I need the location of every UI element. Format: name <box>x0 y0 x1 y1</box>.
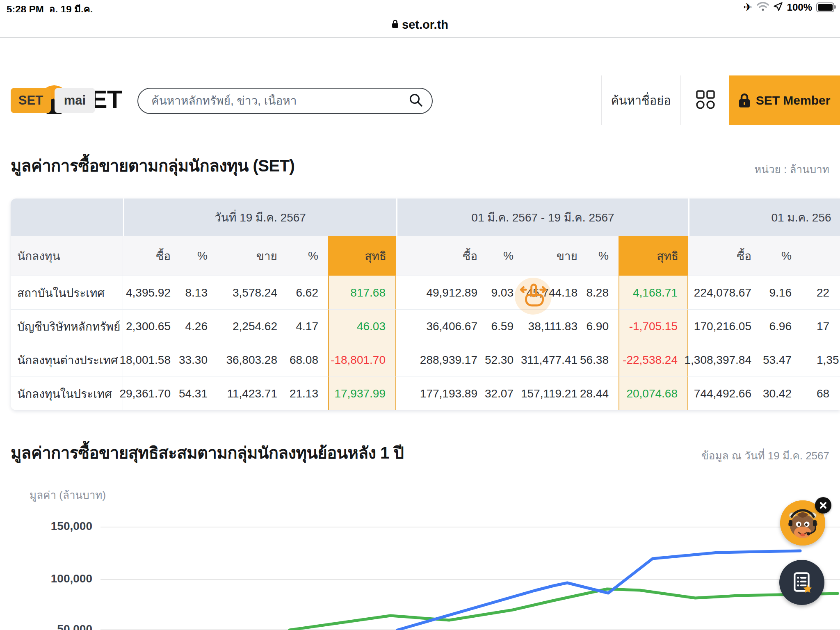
cell: 6.90 <box>587 309 619 343</box>
col-header-net: สุทธิ <box>328 236 396 276</box>
member-lock-icon <box>739 93 750 108</box>
table-row: สถาบันในประเทศ 4,395.92 8.13 3,578.24 6.… <box>11 276 840 309</box>
tab-mai[interactable]: mai <box>55 88 95 113</box>
col-header-net: สุทธิ <box>619 236 688 276</box>
search-input[interactable] <box>151 94 409 108</box>
cell: 170,216.05 <box>688 309 761 343</box>
cell: 33.30 <box>180 343 217 377</box>
group-header-spacer <box>11 199 123 236</box>
investor-label: บัญชีบริษัทหลักทรัพย์ <box>11 309 123 343</box>
cell: 288,939.17 <box>396 343 487 377</box>
battery-icon <box>816 2 834 12</box>
as-of-date: ข้อมูล ณ วันที่ 19 มี.ค. 2567 <box>701 447 829 464</box>
safari-address-bar[interactable]: set.or.th <box>0 12 840 38</box>
unit-note: หน่วย : ล้านบาท <box>754 161 829 178</box>
group-header-ytd: 01 ม.ค. 256 <box>688 199 840 236</box>
cell: 4.26 <box>180 309 217 343</box>
investor-label: นักลงทุนต่างประเทศ <box>11 343 123 377</box>
col-header-buy: ซื้อ <box>688 236 761 276</box>
blue-line <box>397 551 800 630</box>
header-divider <box>680 75 681 125</box>
ytick-150000: 150,000 <box>25 520 92 533</box>
investor-label: นักลงทุนในประเทศ <box>11 377 123 410</box>
cell: 28.44 <box>587 377 619 410</box>
apps-grid-icon[interactable] <box>695 89 716 110</box>
cell: 21.13 <box>287 377 328 410</box>
col-header-sell: ขาย <box>217 236 287 276</box>
col-header-sell-clipped <box>801 236 840 276</box>
ssl-lock-icon <box>392 19 399 30</box>
cell: 49,912.89 <box>396 276 487 309</box>
chart-axis-label: มูลค่า (ล้านบาท) <box>30 486 106 503</box>
cell: 8.13 <box>180 276 217 309</box>
cell: 30.42 <box>761 377 801 410</box>
tab-set[interactable]: SET <box>11 88 51 113</box>
col-header-buy: ซื้อ <box>123 236 180 276</box>
col-header-pct: % <box>287 236 328 276</box>
cell: 56.38 <box>587 343 619 377</box>
col-header-pct: % <box>180 236 217 276</box>
table-column-header-row: นักลงทุน ซื้อ % ขาย % สุทธิ ซื้อ % ขาย %… <box>11 236 840 276</box>
cell: 11,423.71 <box>217 377 287 410</box>
ios-status-bar: 5:28 PM อ. 19 มี.ค. ✈ 100% <box>0 0 840 12</box>
search-icon[interactable] <box>409 93 423 109</box>
table-group-header-row: วันที่ 19 มี.ค. 2567 01 มี.ค. 2567 - 19 … <box>11 199 840 236</box>
table-row: นักลงทุนต่างประเทศ 18,001.58 33.30 36,80… <box>11 343 840 377</box>
screen: 5:28 PM อ. 19 มี.ค. ✈ 100% <box>0 0 840 630</box>
ytick-100000: 100,000 <box>25 572 92 585</box>
cell: 18,001.58 <box>123 343 180 377</box>
cell: 177,193.89 <box>396 377 487 410</box>
set-member-button[interactable]: SET Member <box>729 75 840 125</box>
investor-table: วันที่ 19 มี.ค. 2567 01 มี.ค. 2567 - 19 … <box>11 199 840 410</box>
cell: 744,492.66 <box>688 377 761 410</box>
cell: 2,254.62 <box>217 309 287 343</box>
col-header-pct: % <box>587 236 619 276</box>
col-header-pct: % <box>761 236 801 276</box>
investor-label: สถาบันในประเทศ <box>11 276 123 309</box>
col-header-buy: ซื้อ <box>396 236 487 276</box>
clipped-cell: 1,35 <box>801 343 840 377</box>
net-cell: 17,937.99 <box>328 377 396 410</box>
net-cell: 20,074.68 <box>619 377 688 410</box>
group-header-mtd: 01 มี.ค. 2567 - 19 มี.ค. 2567 <box>396 199 688 236</box>
clipped-cell: 68 <box>801 377 840 410</box>
cell: 6.96 <box>761 309 801 343</box>
cell: 4,395.92 <box>123 276 180 309</box>
cell: 53.47 <box>761 343 801 377</box>
cell: 8.28 <box>587 276 619 309</box>
cell: 54.31 <box>180 377 217 410</box>
ticker-lookup-link[interactable]: ค้นหาชื่อย่อ <box>601 75 680 125</box>
table-row: บัญชีบริษัทหลักทรัพย์ 2,300.65 4.26 2,25… <box>11 309 840 343</box>
watchlist-shortcut-button[interactable] <box>779 560 824 605</box>
net-cell: -1,705.15 <box>619 309 688 343</box>
green-line <box>290 589 838 630</box>
wifi-icon <box>757 2 769 13</box>
cell: 52.30 <box>487 343 523 377</box>
cell: 36,406.67 <box>396 309 487 343</box>
net-cell: 817.68 <box>328 276 396 309</box>
url-text[interactable]: set.or.th <box>402 18 448 32</box>
table-row: นักลงทุนในประเทศ 29,361.70 54.31 11,423.… <box>11 377 840 410</box>
cell: 29,361.70 <box>123 377 180 410</box>
mascot-close-button[interactable] <box>815 497 831 514</box>
cell: 157,119.21 <box>523 377 587 410</box>
search-box[interactable] <box>137 88 433 114</box>
section2-title: มูลค่าการซื้อขายสุทธิสะสมตามกลุ่มนักลงทุ… <box>11 440 404 466</box>
clipped-cell: 22 <box>801 276 840 309</box>
cell: 2,300.65 <box>123 309 180 343</box>
site-header: SET ค้นหาชื่อย่อ <box>0 38 840 88</box>
cell: 9.16 <box>761 276 801 309</box>
col-header-pct: % <box>487 236 523 276</box>
net-cell: 46.03 <box>328 309 396 343</box>
net-cell: -22,538.24 <box>619 343 688 377</box>
section1-title: มูลค่าการซื้อขายตามกลุ่มนักลงทุน (SET) <box>11 153 294 179</box>
cell: 32.07 <box>487 377 523 410</box>
clipped-cell: 17 <box>801 309 840 343</box>
col-header-sell: ขาย <box>523 236 587 276</box>
cell: 224,078.67 <box>688 276 761 309</box>
gridline-100k <box>100 579 840 580</box>
cell: 1,308,397.84 <box>688 343 761 377</box>
gridline-50k <box>100 629 840 630</box>
ytick-50000: 50,000 <box>25 623 92 630</box>
cell: 6.59 <box>487 309 523 343</box>
